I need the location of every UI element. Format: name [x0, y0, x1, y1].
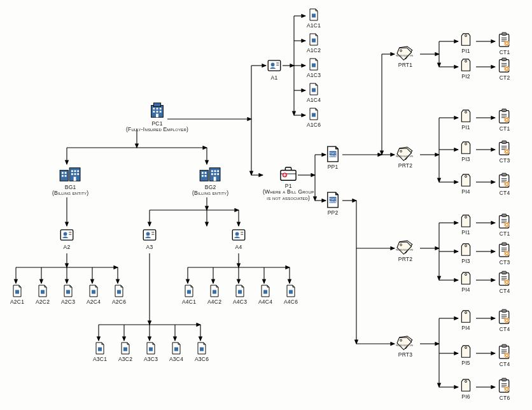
buildings-icon [199, 164, 223, 183]
clipboard-gear-icon [498, 344, 512, 360]
node-a3c2: A3C2 [118, 341, 132, 362]
pi4c-label: PI4 [461, 325, 470, 331]
a4c4-label: A4C4 [258, 299, 272, 305]
a3c1-label: A3C1 [93, 357, 107, 362]
node-prt2a: PRT2 [396, 145, 415, 169]
a2c2-label: A2C2 [36, 299, 50, 305]
document-icon [120, 341, 131, 355]
node-bg2: BG2 (Billing entity) [192, 164, 228, 197]
node-pi4c: PI4 [459, 309, 472, 331]
a3c3-label: A3C3 [144, 357, 158, 362]
ct2-label: CT2 [500, 75, 510, 81]
node-a2c2: A2C2 [36, 284, 50, 305]
ct1b-label: CT1 [500, 126, 510, 132]
node-prt1: PRT1 [396, 45, 415, 68]
a4-label: A4 [235, 244, 242, 250]
node-a2c3: A2C3 [61, 284, 75, 305]
a1c4-label: A1C4 [307, 97, 321, 103]
node-pi1b: PI1 [459, 108, 472, 131]
node-ct4a: CT4 [498, 173, 512, 196]
node-a1c6: A1C6 [307, 107, 321, 128]
clipboard-gear-icon [498, 57, 512, 74]
account-icon [230, 227, 247, 243]
document-icon [308, 82, 319, 96]
pricing-rule-type-icon [396, 45, 415, 61]
node-a4: A4 [230, 227, 247, 250]
document-icon [171, 341, 182, 355]
price-item-icon [459, 57, 472, 73]
node-a3c1: A3C1 [93, 341, 107, 362]
document-icon [88, 284, 99, 298]
account-icon [266, 57, 283, 74]
document-icon [285, 284, 297, 298]
clipboard-gear-icon [498, 108, 512, 125]
a4c2-label: A4C2 [207, 299, 221, 305]
node-a4c1: A4C1 [182, 284, 196, 305]
document-icon [308, 8, 319, 22]
pi4b-label: PI4 [461, 287, 470, 293]
document-icon [308, 32, 319, 46]
ct3b-label: CT3 [500, 260, 510, 265]
price-item-icon [459, 213, 472, 229]
pi1b-label: PI1 [461, 125, 470, 131]
price-item-icon [459, 140, 472, 155]
pi4a-label: PI4 [461, 189, 470, 195]
ct6-label: CT6 [500, 395, 510, 401]
a2-label: A2 [64, 244, 71, 250]
node-a1c3: A1C3 [307, 57, 321, 78]
clipboard-gear-icon [498, 213, 512, 230]
a2c4-label: A2C4 [87, 299, 101, 305]
prt2b-label: PRT2 [398, 257, 412, 262]
pricing-rule-type-icon [396, 145, 415, 162]
clipboard-gear-icon [498, 378, 512, 394]
pi3a-label: PI3 [461, 157, 470, 162]
document-icon [196, 341, 207, 355]
ct1c-label: CT1 [500, 231, 510, 237]
node-pi3b: PI3 [459, 242, 472, 264]
ct4a-label: CT4 [500, 190, 510, 196]
pi5-label: PI5 [461, 360, 470, 366]
clipboard-gear-icon [498, 309, 512, 325]
clipboard-gear-icon [498, 173, 512, 189]
node-a1: A1 [266, 57, 283, 81]
pi3b-label: PI3 [461, 258, 470, 264]
bg2-label: BG2 (Billing entity) [192, 185, 228, 197]
node-a3c4: A3C4 [169, 341, 183, 362]
pi6-label: PI6 [461, 394, 470, 400]
document-icon [183, 284, 195, 298]
node-pi5: PI5 [459, 344, 472, 366]
a2c6-label: A2C6 [112, 299, 126, 305]
pp2-label: PP2 [328, 210, 339, 216]
a3c4-label: A3C4 [169, 357, 183, 362]
price-item-icon [459, 378, 472, 393]
node-a4c4: A4C4 [258, 284, 272, 305]
node-a3: A3 [141, 227, 158, 250]
pi1c-label: PI1 [461, 230, 470, 236]
buildings-icon [59, 164, 83, 183]
node-pp2: PP2 [326, 191, 340, 216]
node-ct4c: CT4 [498, 309, 512, 332]
a4c6-label: A4C6 [284, 299, 298, 305]
node-a3c6: A3C6 [195, 341, 209, 362]
document-icon [308, 107, 319, 121]
a3-label: A3 [146, 244, 153, 250]
prt2a-label: PRT2 [398, 163, 412, 169]
clipboard-gear-icon [498, 32, 512, 48]
node-pi2: PI2 [459, 57, 472, 80]
node-a1c2: A1C2 [307, 32, 321, 53]
node-ct1b: CT1 [498, 108, 512, 132]
node-pi1a: PI1 [459, 32, 472, 54]
price-item-icon [459, 242, 472, 257]
node-ct6: CT6 [498, 378, 512, 401]
document-icon [94, 341, 106, 355]
price-item-icon [459, 32, 472, 47]
prt3-label: PRT3 [398, 352, 412, 358]
pricing-rule-type-icon [396, 334, 415, 351]
a2c1-label: A2C1 [10, 299, 24, 305]
node-ct2: CT2 [498, 57, 512, 81]
node-ct4b: CT4 [498, 271, 512, 294]
a4c3-label: A4C3 [233, 299, 247, 305]
a1c6-label: A1C6 [307, 122, 321, 128]
node-pp1: PP1 [326, 145, 340, 170]
node-a4c3: A4C3 [233, 284, 247, 305]
